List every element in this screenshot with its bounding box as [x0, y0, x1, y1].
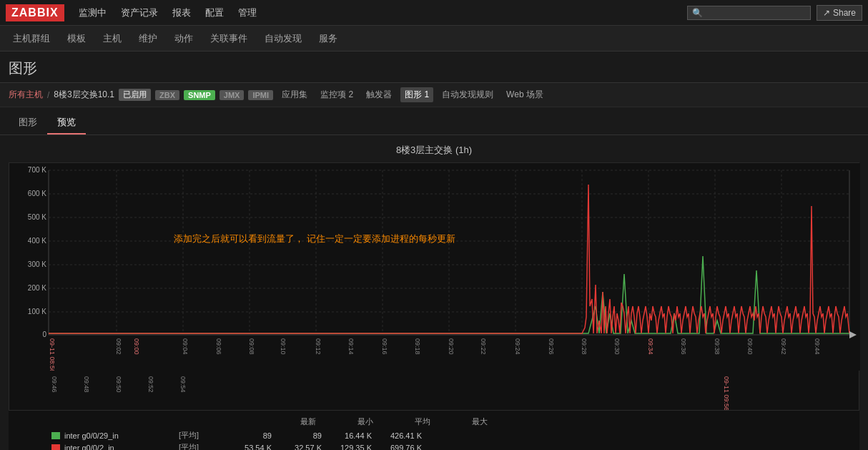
- subnav-templates[interactable]: 模板: [60, 29, 93, 48]
- breadcrumb-all-hosts[interactable]: 所有主机: [9, 89, 43, 101]
- nav-items: 监测中 资产记录 报表 配置 管理: [79, 4, 687, 22]
- tab-items[interactable]: 监控项 2: [316, 87, 357, 102]
- page-title: 图形: [9, 59, 859, 78]
- svg-text:09:22: 09:22: [480, 338, 487, 355]
- svg-text:09:48: 09:48: [83, 376, 90, 393]
- tab-graphs[interactable]: 图形 1: [400, 87, 433, 102]
- svg-text:09:18: 09:18: [414, 338, 421, 355]
- svg-text:09:50: 09:50: [115, 376, 122, 393]
- tab-appsets[interactable]: 应用集: [277, 87, 312, 102]
- top-nav: ZABBIX 监测中 资产记录 报表 配置 管理 🔍 ↗ Share: [0, 0, 868, 26]
- chart-svg: 700 K 600 K 500 K 400 K 300 K 200 K 100 …: [9, 163, 860, 371]
- chart-title: 8楼3层主交换 (1h): [9, 144, 859, 157]
- svg-text:400 K: 400 K: [28, 237, 46, 245]
- search-box[interactable]: 🔍: [687, 6, 811, 20]
- share-label: Share: [833, 8, 856, 18]
- search-input[interactable]: [706, 8, 806, 18]
- tab-graph[interactable]: 图形: [9, 112, 47, 134]
- svg-text:09:44: 09:44: [814, 338, 821, 355]
- svg-text:09:00: 09:00: [133, 338, 140, 355]
- subnav-actions[interactable]: 动作: [167, 29, 200, 48]
- nav-admin[interactable]: 管理: [238, 4, 257, 22]
- subnav-hosts[interactable]: 主机: [96, 29, 129, 48]
- subnav-events[interactable]: 关联事件: [203, 29, 255, 48]
- legend-avg-1: 129.35 K: [322, 444, 372, 451]
- page-header: 图形: [0, 52, 868, 83]
- legend-type-1: [平均]: [179, 442, 222, 450]
- legend-headers: 最新 最小 平均 最大: [51, 416, 845, 427]
- svg-text:500 K: 500 K: [28, 213, 46, 221]
- legend-max-1: 699.76 K: [372, 444, 422, 451]
- svg-text:09:16: 09:16: [381, 338, 388, 355]
- subnav-hostgroups[interactable]: 主机群组: [6, 29, 57, 48]
- breadcrumb-sep: /: [47, 90, 49, 100]
- svg-text:09:04: 09:04: [182, 338, 189, 355]
- status-enabled-badge: 已启用: [119, 89, 151, 101]
- badge-snmp[interactable]: SNMP: [184, 90, 215, 100]
- nav-assets[interactable]: 资产记录: [121, 4, 158, 22]
- search-icon: 🔍: [692, 8, 703, 18]
- legend-type-0: [平均]: [179, 430, 222, 441]
- tab-preview[interactable]: 预览: [47, 112, 86, 134]
- svg-text:09:54: 09:54: [179, 376, 187, 393]
- svg-text:09:30: 09:30: [613, 338, 621, 355]
- nav-monitoring[interactable]: 监测中: [79, 4, 107, 22]
- header-avg: 平均: [373, 416, 430, 427]
- legend-newest-1: 53.54 K: [222, 444, 272, 451]
- svg-text:09:14: 09:14: [347, 338, 355, 355]
- badge-ipmi[interactable]: IPMI: [248, 90, 273, 100]
- header-min: 最小: [316, 416, 373, 427]
- svg-text:09:46: 09:46: [51, 376, 58, 393]
- legend: 最新 最小 平均 最大 inter g0/0/29_in [平均] 89 89 …: [9, 411, 859, 450]
- legend-max-0: 426.41 K: [372, 431, 422, 440]
- legend-color-0: [51, 432, 60, 439]
- tab-triggers[interactable]: 触发器: [362, 87, 396, 102]
- badge-jmx[interactable]: JMX: [220, 90, 245, 100]
- nav-config[interactable]: 配置: [205, 4, 224, 22]
- svg-text:09:10: 09:10: [280, 338, 287, 355]
- svg-text:09:34: 09:34: [647, 338, 654, 355]
- legend-name-1: inter g0/0/2_in: [64, 444, 179, 451]
- legend-color-1: [51, 444, 60, 451]
- content-tabs: 图形 预览: [0, 112, 868, 135]
- svg-text:添加完之后就可以看到流量了，   记住一定一定要添加进程的每: 添加完之后就可以看到流量了， 记住一定一定要添加进程的每秒更新: [174, 233, 455, 244]
- svg-text:09:52: 09:52: [147, 376, 154, 393]
- legend-row-1: inter g0/0/2_in [平均] 53.54 K 32.57 K 129…: [51, 442, 845, 450]
- svg-text:09:26: 09:26: [548, 338, 555, 355]
- header-newest: 最新: [259, 416, 316, 427]
- logo: ZABBIX: [6, 4, 64, 21]
- legend-row-0: inter g0/0/29_in [平均] 89 89 16.44 K 426.…: [51, 430, 845, 441]
- svg-text:600 K: 600 K: [28, 190, 46, 197]
- svg-text:0: 0: [42, 331, 46, 338]
- subnav-discovery[interactable]: 自动发现: [257, 29, 309, 48]
- svg-text:09:42: 09:42: [780, 338, 787, 355]
- svg-text:09-11 08:56: 09-11 08:56: [49, 338, 56, 371]
- tab-discovery[interactable]: 自动发现规则: [438, 87, 498, 102]
- svg-text:09:24: 09:24: [514, 338, 521, 355]
- svg-text:09:20: 09:20: [448, 338, 455, 355]
- chart-wrapper: 700 K 600 K 500 K 400 K 300 K 200 K 100 …: [9, 162, 859, 411]
- svg-text:09:40: 09:40: [746, 338, 754, 355]
- svg-text:09:06: 09:06: [215, 338, 222, 355]
- breadcrumb: 所有主机 / 8楼3层交换10.1 已启用 ZBX SNMP JMX IPMI …: [0, 83, 868, 107]
- svg-text:09:38: 09:38: [714, 338, 721, 355]
- svg-text:09:08: 09:08: [248, 338, 255, 355]
- tab-web[interactable]: Web 场景: [502, 87, 548, 102]
- chart-container: 8楼3层主交换 (1h): [0, 135, 868, 450]
- legend-avg-0: 16.44 K: [322, 431, 372, 440]
- svg-text:300 K: 300 K: [28, 260, 46, 268]
- legend-newest-0: 89: [222, 431, 272, 440]
- share-icon: ↗: [823, 8, 830, 18]
- nav-reports[interactable]: 报表: [172, 4, 191, 22]
- breadcrumb-host: 8楼3层交换10.1: [54, 89, 114, 101]
- legend-min-1: 32.57 K: [272, 444, 322, 451]
- sub-nav: 主机群组 模板 主机 维护 动作 关联事件 自动发现 服务: [0, 26, 868, 52]
- subnav-services[interactable]: 服务: [312, 29, 345, 48]
- svg-text:09:36: 09:36: [680, 338, 687, 355]
- badge-zbx[interactable]: ZBX: [155, 90, 179, 100]
- svg-text:100 K: 100 K: [28, 308, 46, 316]
- share-button[interactable]: ↗ Share: [817, 5, 862, 21]
- subnav-maintenance[interactable]: 维护: [132, 29, 164, 48]
- svg-text:700 K: 700 K: [28, 166, 46, 174]
- svg-text:09:02: 09:02: [115, 338, 122, 355]
